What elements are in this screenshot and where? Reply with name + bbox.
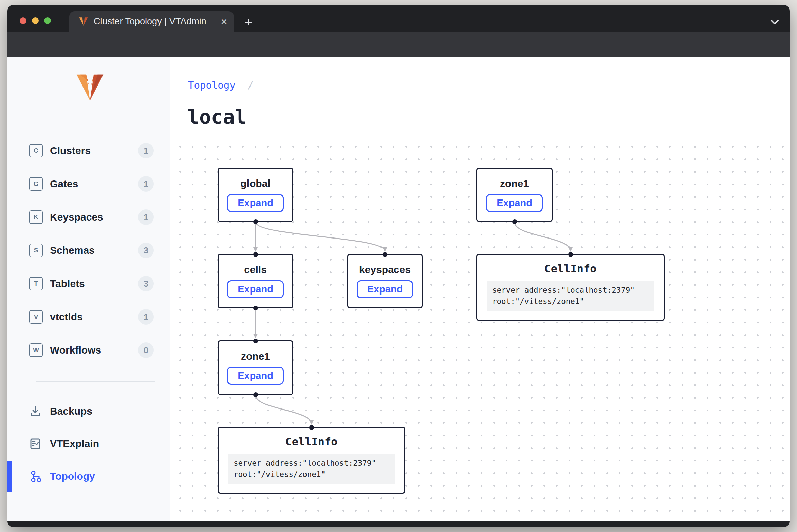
sidebar-item-tablets[interactable]: TTablets3 [7,267,170,300]
sidebar-item-backups[interactable]: Backups [7,395,170,428]
download-icon [29,404,42,418]
sidebar-item-topology[interactable]: Topology [7,460,170,493]
page-title: local [187,106,247,129]
sidebar-item-gates[interactable]: GGates1 [7,167,170,201]
sidebar-item-keyspaces[interactable]: KKeyspaces1 [7,201,170,234]
target-handle [253,252,258,257]
topology-node-zone1-left[interactable]: zone1Expand [218,340,293,395]
edge-zone1-top-to-cellinfo-right [515,222,571,251]
topology-node-cellinfo-right[interactable]: CellInfoserver_address:"localhost:2379"r… [476,254,665,321]
browser-window: Cluster Topology | VTAdmin ✕ + localhost… [7,5,790,527]
desktop: { "browser": { "tab_title": "Cluster Top… [0,0,797,532]
sidebar-item-vtexplain[interactable]: VTExplain [7,428,170,460]
keyspaces-icon: K [29,210,43,224]
topology-node-cellinfo-bottom[interactable]: CellInfoserver_address:"localhost:2379"r… [218,427,405,494]
browser-tab[interactable]: Cluster Topology | VTAdmin ✕ [69,11,234,32]
active-item-indicator [7,461,12,492]
node-title: CellInfo [285,435,337,448]
node-title: zone1 [241,350,270,362]
topology-node-zone1-top[interactable]: zone1Expand [476,168,553,222]
expand-button[interactable]: Expand [227,194,284,212]
tab-search-chevron-icon[interactable] [767,16,782,28]
sidebar-item-workflows[interactable]: WWorkflows0 [7,334,170,367]
schemas-count-badge: 3 [138,243,154,258]
sidebar-item-label: Clusters [50,145,91,156]
sidebar-item-label: Tablets [50,278,85,289]
keyspaces-count-badge: 1 [138,209,154,225]
workflows-icon: W [29,343,43,357]
edge-zone1-left-to-cellinfo-bottom [256,395,312,424]
sidebar-tools: Backups VTExplain Topology [7,395,170,493]
cellinfo-code: server_address:"localhost:2379"root:"/vi… [487,281,654,311]
new-tab-button[interactable]: + [241,15,256,30]
vitess-favicon [79,17,88,26]
sidebar-item-label: VTExplain [50,438,99,450]
sidebar-divider [36,381,155,382]
sidebar-item-label: Keyspaces [50,211,103,223]
sidebar: CClusters1GGates1KKeyspaces1SSchemas3TTa… [7,57,171,521]
expand-button[interactable]: Expand [227,367,284,385]
topology-node-cells[interactable]: cellsExpand [218,254,293,308]
topology-tree-icon [29,470,42,483]
clusters-icon: C [29,144,43,157]
main-panel: Topology / local globalExpandzone1Expand… [170,57,790,521]
topology-node-keyspaces[interactable]: keyspacesExpand [347,254,423,308]
node-title: CellInfo [544,262,596,275]
node-title: zone1 [500,178,529,189]
source-handle [512,219,517,224]
breadcrumb: Topology / [188,79,254,91]
tablets-count-badge: 3 [138,276,154,291]
sidebar-item-label: Workflows [50,344,101,356]
source-handle [253,219,258,224]
sidebar-item-label: Topology [50,471,95,482]
sidebar-item-vtctlds[interactable]: Vvtctlds1 [7,300,170,334]
target-handle [309,425,314,430]
gates-count-badge: 1 [138,176,154,192]
vitess-logo [75,73,105,102]
clusters-count-badge: 1 [138,143,154,158]
cellinfo-code: server_address:"localhost:2379"root:"/vi… [228,454,395,484]
source-handle [253,306,258,310]
window-minimize-button[interactable] [32,17,39,24]
node-title: keyspaces [359,264,411,276]
document-check-icon [29,437,42,451]
schemas-icon: S [29,244,43,257]
vtctlds-icon: V [29,310,43,324]
target-handle [253,339,258,343]
node-title: cells [244,264,267,276]
topology-node-global[interactable]: globalExpand [218,168,293,222]
sidebar-item-label: Backups [50,405,92,417]
tab-title: Cluster Topology | VTAdmin [94,16,218,27]
expand-button[interactable]: Expand [227,280,284,298]
vtctlds-count-badge: 1 [138,309,154,325]
edge-global-to-keyspaces [256,222,385,251]
tab-close-icon[interactable]: ✕ [218,16,230,27]
target-handle [383,252,387,257]
breadcrumb-separator: / [247,79,253,91]
sidebar-item-label: Schemas [50,245,95,256]
tablets-icon: T [29,277,43,290]
breadcrumb-topology-link[interactable]: Topology [188,79,236,91]
sidebar-item-schemas[interactable]: SSchemas3 [7,234,170,267]
workflows-count-badge: 0 [138,342,154,358]
node-title: global [240,178,270,189]
sidebar-nav: CClusters1GGates1KKeyspaces1SSchemas3TTa… [7,134,170,367]
expand-button[interactable]: Expand [486,194,543,212]
browser-toolbar: localhost:14201/topology/local Incognito… [7,32,790,57]
source-handle [253,392,258,397]
page-content: CClusters1GGates1KKeyspaces1SSchemas3TTa… [7,57,790,521]
window-zoom-button[interactable] [44,17,51,24]
expand-button[interactable]: Expand [357,280,413,298]
gates-icon: G [29,177,43,191]
topology-canvas[interactable]: globalExpandzone1ExpandcellsExpandkeyspa… [170,138,790,521]
target-handle [568,252,573,257]
sidebar-item-clusters[interactable]: CClusters1 [7,134,170,167]
sidebar-item-label: vtctlds [50,311,83,323]
window-close-button[interactable] [20,17,26,24]
sidebar-item-label: Gates [50,178,78,190]
